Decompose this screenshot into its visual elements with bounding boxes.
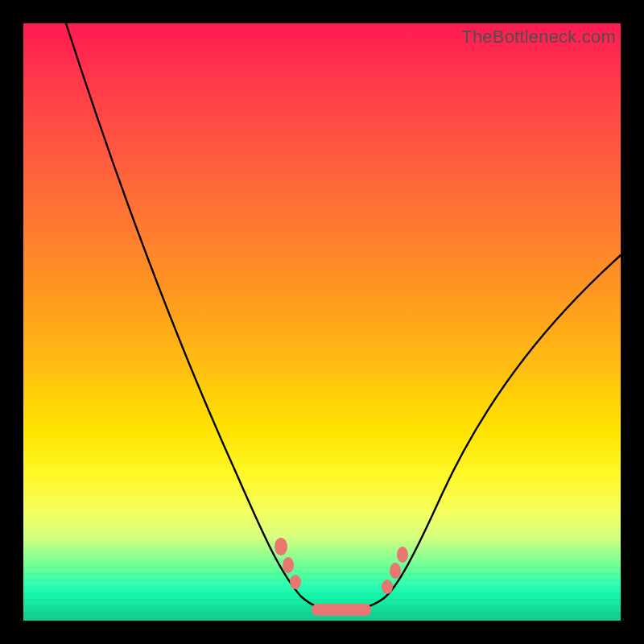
svg-point-9 xyxy=(283,557,294,573)
svg-point-10 xyxy=(290,575,301,589)
svg-point-12 xyxy=(390,563,401,579)
curve-left-branch xyxy=(66,23,301,597)
trough-marker xyxy=(312,604,371,616)
svg-point-8 xyxy=(275,538,287,555)
svg-point-13 xyxy=(397,547,408,563)
chart-svg xyxy=(23,23,621,621)
outer-frame: TheBottleneck.com xyxy=(0,0,644,644)
svg-point-11 xyxy=(382,580,393,594)
curve-right-branch xyxy=(384,255,621,598)
plot-area: TheBottleneck.com xyxy=(23,23,621,621)
